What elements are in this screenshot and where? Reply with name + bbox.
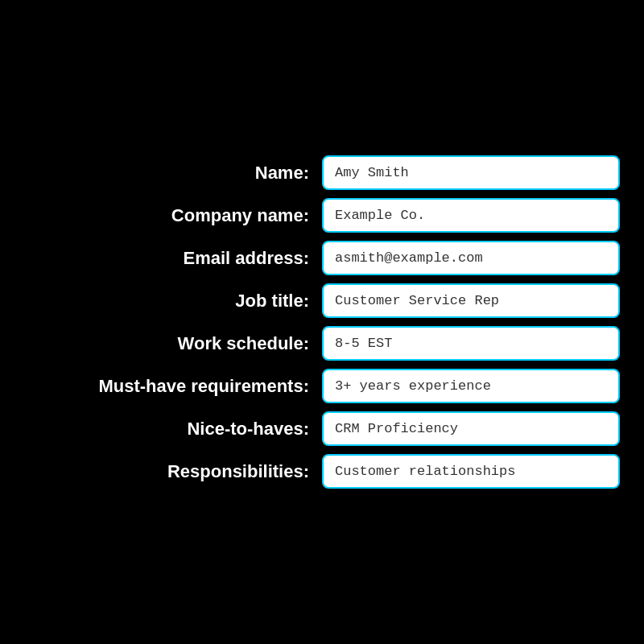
- input-responsibilities[interactable]: [322, 454, 620, 489]
- input-email-address[interactable]: [322, 241, 620, 275]
- input-nice-to-haves[interactable]: [322, 411, 620, 446]
- label-job-title: Job title:: [60, 291, 309, 312]
- form-row-must-have-requirements: Must-have requirements:: [24, 369, 620, 403]
- label-email-address: Email address:: [60, 248, 309, 269]
- form-row-email-address: Email address:: [24, 241, 620, 275]
- form-row-company-name: Company name:: [24, 198, 620, 233]
- form-row-work-schedule: Work schedule:: [24, 326, 620, 361]
- label-work-schedule: Work schedule:: [60, 333, 309, 354]
- label-responsibilities: Responsibilities:: [60, 461, 309, 482]
- input-company-name[interactable]: [322, 198, 620, 233]
- form-row-name: Name:: [24, 155, 620, 190]
- input-must-have-requirements[interactable]: [322, 369, 620, 403]
- form-row-responsibilities: Responsibilities:: [24, 454, 620, 489]
- label-company-name: Company name:: [60, 205, 309, 226]
- form-container: Name:Company name:Email address:Job titl…: [8, 139, 636, 505]
- label-nice-to-haves: Nice-to-haves:: [60, 419, 309, 440]
- label-must-have-requirements: Must-have requirements:: [60, 376, 309, 397]
- form-row-nice-to-haves: Nice-to-haves:: [24, 411, 620, 446]
- input-work-schedule[interactable]: [322, 326, 620, 361]
- form-row-job-title: Job title:: [24, 283, 620, 318]
- input-job-title[interactable]: [322, 283, 620, 318]
- input-name[interactable]: [322, 155, 620, 190]
- label-name: Name:: [60, 163, 309, 184]
